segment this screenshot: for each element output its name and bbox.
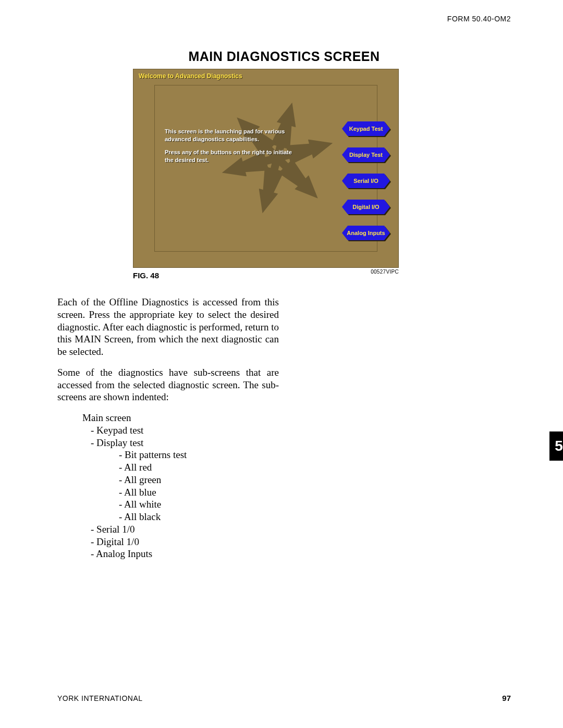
section-tab-5: 5 — [549, 431, 563, 461]
screen-button-stack: Keypad Test Display Test Serial I/O Digi… — [342, 121, 390, 252]
screen-line-1: This screen is the launching pad for var… — [165, 128, 298, 143]
tree-green: - All green — [119, 474, 279, 486]
paragraph-1: Each of the Offline Diagnostics is acces… — [57, 296, 279, 358]
figure-code: 00527VIPC — [371, 269, 399, 275]
tree-analog: - Analog Inputs — [91, 548, 279, 560]
footer-page-number: 97 — [502, 694, 511, 702]
screen-welcome-text: Welcome to Advanced Diagnostics — [133, 69, 398, 83]
analog-inputs-button[interactable]: Analog Inputs — [342, 226, 390, 240]
tree-digital: - Digital 1/0 — [91, 536, 279, 548]
figure-label: FIG. 48 — [133, 271, 159, 280]
display-test-label: Display Test — [342, 147, 390, 162]
page-title: MAIN DIAGNOSTICS SCREEN — [57, 49, 511, 64]
screen-line-2: Press any of the buttons on the right to… — [165, 149, 298, 164]
keypad-test-label: Keypad Test — [342, 121, 390, 136]
diagnostics-screenshot: Welcome to Advanced Diagnostics This scr… — [133, 69, 399, 268]
tree-serial: - Serial 1/0 — [91, 523, 279, 536]
tree-blue: - All blue — [119, 486, 279, 499]
screen-tree-list: Main screen - Keypad test - Display test… — [82, 412, 279, 560]
serial-io-label: Serial I/O — [342, 174, 390, 188]
analog-inputs-label: Analog Inputs — [342, 226, 390, 240]
digital-io-button[interactable]: Digital I/O — [342, 200, 390, 214]
body-text-column: Each of the Offline Diagnostics is acces… — [57, 296, 279, 560]
paragraph-2: Some of the diagnostics have sub-screens… — [57, 366, 279, 403]
form-number: FORM 50.40-OM2 — [447, 15, 511, 23]
footer-company: YORK INTERNATIONAL — [57, 694, 143, 702]
screen-instruction-text: This screen is the launching pad for var… — [165, 128, 298, 169]
tree-bit: - Bit patterns test — [119, 449, 279, 461]
tree-white: - All white — [119, 498, 279, 511]
keypad-test-button[interactable]: Keypad Test — [342, 121, 390, 136]
tree-red: - All red — [119, 461, 279, 474]
serial-io-button[interactable]: Serial I/O — [342, 174, 390, 188]
tree-black: - All black — [119, 511, 279, 523]
tree-keypad: - Keypad test — [91, 424, 279, 437]
tree-display: - Display test — [91, 437, 279, 449]
display-test-button[interactable]: Display Test — [342, 147, 390, 162]
digital-io-label: Digital I/O — [342, 200, 390, 214]
tree-main: Main screen — [82, 412, 279, 424]
